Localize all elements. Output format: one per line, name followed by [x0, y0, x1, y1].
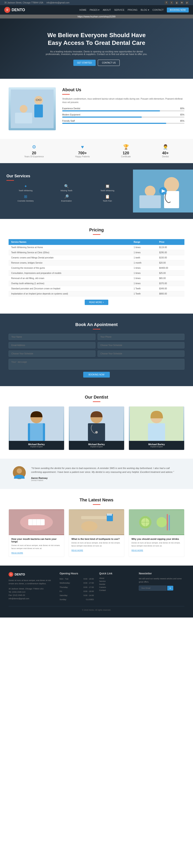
logo: D DENTO	[4, 7, 25, 13]
footer-newsletter-text: We will send our weekly newest articles …	[139, 577, 185, 584]
nav-contact[interactable]: CONTACT	[153, 8, 164, 11]
nav-pricing[interactable]: PRICING	[128, 8, 137, 11]
blog-link-2[interactable]: READ MORE	[71, 549, 83, 551]
about-divider	[62, 94, 70, 95]
progress-experience-value: 80%	[180, 107, 185, 110]
svg-rect-38	[107, 514, 108, 516]
dentist-name-1: Michael Barley	[11, 443, 62, 445]
footer: D DENTO Donec et nunc at lacus semper, e…	[0, 565, 193, 618]
blog-link-1[interactable]: READ MORE	[11, 552, 23, 554]
booking-submit-container: BOOKING NOW	[8, 372, 185, 377]
dentist-divider	[93, 401, 100, 402]
svg-point-11	[145, 186, 156, 196]
google-plus-icon[interactable]: g	[175, 1, 179, 4]
table-row: Standard porcelain and Zirconium crown o…	[8, 286, 185, 291]
service-label-4: Cosmetic Dentistry	[6, 200, 45, 202]
booking-email-input[interactable]	[8, 342, 95, 348]
about-section: About Us Vestibulum condimentum, risus s…	[0, 79, 193, 139]
contact-us-button[interactable]: CONTACT US	[98, 60, 120, 66]
stat-dentist-label: Dentist	[162, 155, 169, 158]
svg-point-22	[95, 431, 98, 434]
progress-staff: Friendly Staff 85%	[62, 120, 185, 124]
svg-rect-26	[148, 423, 165, 441]
blog-section: The Latest News How your mouth bacteria …	[0, 489, 193, 565]
table-row: Covering the recession of the gums1 time…	[8, 265, 185, 271]
footer-logo-icon: D	[8, 572, 13, 577]
nav-pages[interactable]: PAGES ▾	[90, 8, 99, 11]
footer-bottom: © 2018 Dento. All rights reserved.	[8, 606, 185, 611]
testimonial-content: "I'd been avoiding the dentist for years…	[31, 466, 180, 482]
stat-certificate-label: Certificate	[121, 155, 131, 158]
teeth-whitening2-icon: 🔲	[88, 184, 127, 189]
nav-blog[interactable]: BLOG ▾	[141, 8, 149, 11]
booking-schedule1-input[interactable]	[8, 350, 95, 357]
footer-newsletter-title: Newsletter	[139, 572, 185, 575]
svg-rect-41	[111, 514, 112, 516]
dentist-title-1: Implant Expert	[11, 445, 62, 448]
svg-rect-49	[167, 514, 168, 530]
hero-title: We Believe Everyone Should Have Easy Acc…	[4, 31, 189, 47]
patients-icon: ♥	[75, 144, 90, 150]
footer-about-col: D DENTO Donec et nunc at lacus semper, e…	[8, 572, 54, 602]
blog-link-3[interactable]: READ MORE	[131, 549, 143, 551]
pricing-header-price: Price	[157, 239, 185, 245]
facebook-icon[interactable]: f	[165, 1, 168, 4]
footer-links-title: Quick Link	[99, 572, 134, 575]
footer-newsletter-input[interactable]	[139, 586, 167, 591]
stat-patients-number: 700+	[75, 151, 90, 155]
progress-equipment: Modern Equipment 65%	[62, 114, 185, 118]
booking-nav-button[interactable]: BOOKING NOW	[167, 7, 189, 12]
linkedin-icon[interactable]: in	[180, 1, 184, 4]
table-row: Teeth Whitening Service at Clinic (Elfox…	[8, 250, 185, 255]
booking-name-input[interactable]	[8, 334, 95, 340]
blog-title: The Latest News	[8, 498, 185, 502]
blog-card-2: What is the best kind of toothpaste to u…	[69, 509, 124, 557]
blog-title-1: How your mouth bacteria can harm your lu…	[11, 538, 62, 543]
nav-service[interactable]: SERVICE	[114, 8, 124, 11]
dentist-info-2: Michael Barley Implant Expert	[69, 441, 124, 450]
booking-title: Book An Apointment	[8, 322, 185, 327]
list-item: Service	[99, 580, 134, 582]
blog-text-1: Donec et nunc at lacus semper, erat done…	[11, 544, 62, 550]
dentist-info-1: Michael Barley Implant Expert	[9, 441, 64, 450]
booking-form: BOOKING NOW	[8, 334, 185, 377]
booking-schedule2-input[interactable]	[98, 350, 185, 357]
footer-newsletter-button[interactable]: ➤	[167, 586, 173, 590]
stats-section: ⚙ 20 Years Of Experience ♥ 700+ Happy Pa…	[0, 139, 193, 163]
progress-experience-label: Experience Dentist	[62, 107, 80, 110]
watermark: https://www.huzhan.com/shop15299	[0, 14, 193, 19]
footer-grid: D DENTO Donec et nunc at lacus semper, e…	[8, 572, 185, 602]
service-label-2: Missing Teeth	[47, 189, 86, 192]
footer-fax: Fax: (212) 2345-33	[8, 594, 54, 597]
logo-icon: D	[4, 7, 10, 13]
logo-text: DENTO	[11, 8, 25, 12]
top-bar: 30 Jackson Street, Chicago 778844 USA in…	[0, 0, 193, 5]
booking-submit-button[interactable]: BOOKING NOW	[83, 372, 110, 377]
dentist-photo-2	[69, 406, 124, 441]
svg-rect-40	[109, 514, 110, 516]
blog-image-2	[69, 509, 124, 535]
twitter-icon[interactable]: t	[170, 1, 173, 4]
service-label-6: Teeth Pain	[88, 200, 127, 202]
progress-experience: Experience Dentist 80%	[62, 107, 185, 112]
progress-experience-fill	[62, 110, 160, 112]
svg-rect-2	[34, 104, 43, 117]
nav-about[interactable]: ABOUT	[103, 8, 111, 11]
testimonial-quote: "I'd been avoiding the dentist for years…	[31, 466, 180, 474]
progress-equipment-value: 65%	[180, 114, 185, 116]
get-started-button[interactable]: GET STARTED	[73, 60, 96, 66]
dentist-grid: Michael Barley Implant Expert Michael Ba…	[8, 406, 185, 450]
footer-about-text: Donec et nunc at lacus semper, erat done…	[8, 579, 54, 586]
nav-home[interactable]: HOME	[79, 8, 87, 11]
booking-phone-input[interactable]	[98, 334, 185, 340]
service-items-grid: ✦ Teeth Whitening 🔍 Missing Teeth 🔲 Teet…	[6, 184, 127, 202]
service-item-5: 🔎 Examination	[47, 194, 86, 202]
booking-message-input[interactable]	[8, 359, 185, 370]
pinterest-icon[interactable]: p	[185, 1, 189, 4]
table-row: Overlay tooth whitening (1 archive)1 tim…	[8, 281, 185, 286]
experience-icon: ⚙	[24, 144, 44, 150]
footer-hours-title: Opening Hours	[60, 572, 94, 575]
teeth-pain-icon: 📋	[88, 194, 127, 199]
booking-date-input[interactable]	[98, 342, 185, 348]
pricing-more-button[interactable]: READ MORE +	[85, 300, 108, 305]
